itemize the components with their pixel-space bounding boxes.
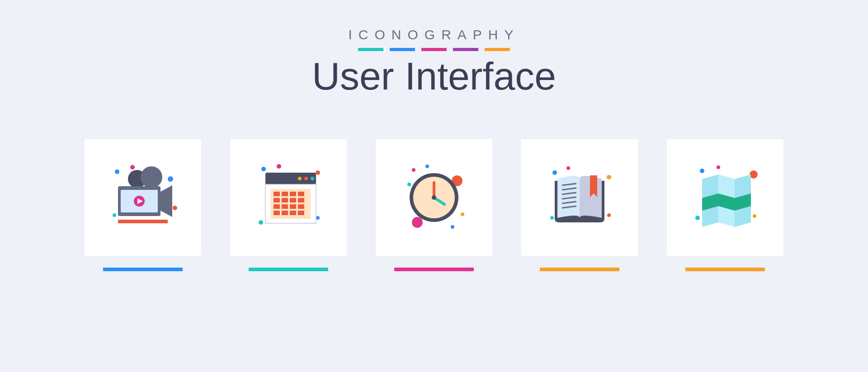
icon-card bbox=[230, 139, 347, 271]
map-icon bbox=[687, 159, 764, 236]
svg-point-53 bbox=[566, 166, 570, 170]
svg-rect-27 bbox=[298, 192, 304, 196]
icon-card bbox=[85, 139, 201, 271]
svg-point-45 bbox=[461, 212, 464, 216]
svg-rect-25 bbox=[282, 192, 288, 196]
svg-point-13 bbox=[261, 167, 266, 171]
svg-point-66 bbox=[695, 216, 700, 220]
svg-rect-26 bbox=[290, 192, 296, 196]
svg-point-55 bbox=[550, 216, 554, 220]
svg-rect-24 bbox=[274, 192, 280, 196]
icon-tile bbox=[667, 139, 783, 256]
icon-tile bbox=[230, 139, 347, 256]
icon-tile bbox=[85, 139, 201, 256]
svg-point-56 bbox=[607, 213, 611, 217]
card-underline bbox=[540, 268, 619, 271]
svg-rect-35 bbox=[298, 204, 304, 209]
accent-bar bbox=[390, 48, 415, 51]
svg-marker-9 bbox=[160, 185, 172, 217]
svg-rect-30 bbox=[290, 198, 296, 202]
video-camera-icon bbox=[104, 159, 181, 236]
svg-point-6 bbox=[141, 166, 162, 188]
icon-card-row bbox=[0, 139, 868, 271]
svg-rect-36 bbox=[274, 211, 280, 215]
svg-point-4 bbox=[113, 213, 116, 217]
svg-rect-38 bbox=[290, 211, 296, 215]
svg-rect-37 bbox=[282, 211, 288, 215]
svg-point-51 bbox=[432, 195, 436, 200]
svg-rect-18 bbox=[265, 173, 316, 184]
svg-point-64 bbox=[717, 165, 720, 169]
accent-bar bbox=[421, 48, 447, 51]
svg-point-14 bbox=[277, 164, 281, 169]
svg-rect-29 bbox=[282, 198, 288, 202]
svg-rect-33 bbox=[282, 204, 288, 209]
svg-marker-71 bbox=[702, 193, 751, 211]
svg-rect-34 bbox=[290, 204, 296, 209]
svg-point-44 bbox=[412, 217, 423, 228]
card-underline bbox=[249, 268, 328, 271]
svg-rect-28 bbox=[274, 198, 280, 202]
svg-point-16 bbox=[259, 220, 263, 225]
svg-point-41 bbox=[425, 165, 429, 168]
svg-point-1 bbox=[130, 165, 135, 170]
svg-point-0 bbox=[115, 170, 119, 174]
header: ICONOGRAPHY User Interface bbox=[312, 27, 556, 99]
svg-point-20 bbox=[298, 177, 302, 180]
clock-icon bbox=[396, 159, 472, 236]
accent-bar bbox=[358, 48, 383, 51]
svg-point-63 bbox=[700, 169, 704, 173]
open-book-icon bbox=[541, 159, 618, 236]
icon-card bbox=[667, 139, 783, 271]
svg-point-46 bbox=[451, 225, 454, 229]
svg-point-52 bbox=[552, 170, 557, 175]
icon-tile bbox=[521, 139, 638, 256]
accent-bar bbox=[485, 48, 510, 51]
svg-point-21 bbox=[311, 177, 314, 180]
svg-point-40 bbox=[412, 168, 415, 172]
card-underline bbox=[103, 268, 183, 271]
svg-point-3 bbox=[173, 206, 177, 210]
svg-rect-32 bbox=[274, 204, 280, 209]
svg-point-67 bbox=[753, 214, 756, 218]
svg-point-19 bbox=[304, 177, 308, 180]
svg-point-2 bbox=[168, 176, 173, 182]
svg-rect-12 bbox=[118, 220, 168, 223]
svg-point-42 bbox=[407, 183, 411, 186]
accent-bars bbox=[312, 48, 556, 51]
icon-card bbox=[376, 139, 492, 271]
accent-bar bbox=[453, 48, 478, 51]
icon-tile bbox=[376, 139, 492, 256]
eyebrow-text: ICONOGRAPHY bbox=[312, 27, 556, 42]
svg-rect-31 bbox=[298, 198, 304, 202]
svg-point-15 bbox=[316, 170, 320, 175]
svg-point-17 bbox=[316, 216, 320, 220]
page-title: User Interface bbox=[312, 54, 556, 99]
card-underline bbox=[394, 268, 474, 271]
icon-card bbox=[521, 139, 638, 271]
svg-point-54 bbox=[607, 175, 611, 179]
card-underline bbox=[685, 268, 765, 271]
calendar-window-icon bbox=[250, 159, 327, 236]
svg-rect-39 bbox=[298, 211, 304, 215]
